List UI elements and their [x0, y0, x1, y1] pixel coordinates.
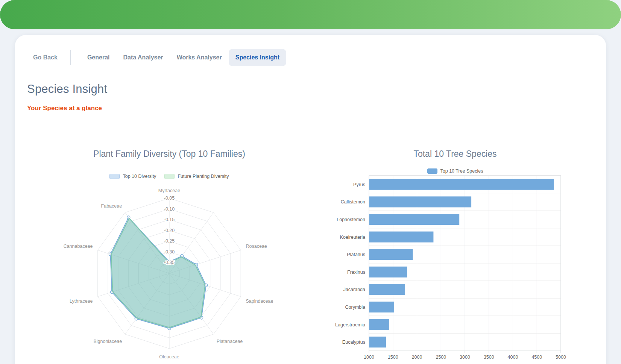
legend-item-top10-diversity[interactable]: Top 10 Diversity [109, 174, 156, 179]
bar-category-label: Koelreuteria [340, 235, 365, 240]
bar-x-tick-label: 3500 [484, 355, 494, 360]
bar-category-label: Pyrus [353, 182, 365, 187]
radar-tick-label: -0.05 [164, 196, 175, 201]
radar-tick-label: -0.15 [164, 217, 175, 222]
radar-indicator-label: Fabaceae [101, 203, 122, 209]
content-card: Go Back General Data Analyser Works Anal… [15, 35, 606, 364]
page: { "colors": { "page_bg": "#eef2f7", "hea… [0, 0, 621, 364]
radar-series-1 [111, 218, 205, 328]
bar-chart-title: Total 10 Tree Species [323, 149, 587, 159]
bar-x-tick-label: 5000 [556, 355, 566, 360]
legend-label-top10-diversity: Top 10 Diversity [123, 174, 156, 179]
legend-swatch-future-planting [164, 174, 175, 179]
legend-label-future-planting: Future Planting Diversity [178, 174, 229, 179]
bar-x-tick-label: 1500 [388, 355, 398, 360]
bar-category-label: Jacaranda [343, 287, 365, 292]
bar-rect-eucalyptus [369, 337, 386, 347]
radar-chart-block: Plant Family Diversity (Top 10 Families)… [38, 149, 301, 364]
radar-chart-title: Plant Family Diversity (Top 10 Families) [38, 149, 301, 159]
radar-indicator-label: Bignoniaceae [93, 339, 122, 344]
radar-indicator-label: Cannabaceae [64, 244, 93, 249]
bar-x-tick-label: 1000 [364, 355, 374, 360]
radar-tick-label: -0.10 [164, 206, 175, 212]
bar-x-tick-label: 4000 [508, 355, 518, 360]
bar-rect-koelreuteria [369, 232, 434, 243]
tab-general[interactable]: General [80, 49, 117, 66]
tab-species-insight[interactable]: Species Insight [229, 49, 286, 66]
bar-x-tick-label: 4500 [531, 355, 542, 360]
tab-divider [70, 50, 71, 65]
bar-category-label: Corymbia [345, 305, 366, 310]
bar-rect-lagerstroemia [369, 319, 390, 330]
radar-indicator-label: Sapindaceae [246, 299, 273, 304]
bar-rect-pyrus [369, 179, 554, 190]
bar-category-label: Platanus [347, 252, 365, 257]
radar-tick-label: -0.25 [164, 238, 175, 244]
radar-indicator-label: Lythraceae [70, 299, 93, 304]
bar-chart-block: Total 10 Tree Species Top 10 Tree Specie… [323, 149, 587, 362]
radar-indicator-label: Platanaceae [217, 339, 243, 344]
tab-works-analyser[interactable]: Works Analyser [170, 49, 229, 66]
radar-chart-svg[interactable]: -0.05-0.10-0.15-0.20-0.25-0.30-0.35Myrta… [38, 184, 301, 364]
radar-tick-label: -0.35 [164, 260, 175, 265]
bar-category-label: Callistemon [341, 199, 365, 205]
bar-x-tick-label: 2000 [412, 355, 422, 360]
bar-rect-lophostemon [369, 214, 460, 225]
bar-category-label: Lagerstroemia [335, 322, 365, 328]
bar-legend: Top 10 Tree Species [323, 168, 587, 174]
bar-rect-corymbia [369, 302, 394, 312]
tab-data-analyser[interactable]: Data Analyser [117, 49, 170, 66]
radar-tick-label: -0.30 [164, 249, 175, 255]
bar-category-label: Lophostemon [337, 217, 365, 222]
go-back-button[interactable]: Go Back [30, 49, 61, 66]
bar-category-label: Fraxinus [347, 270, 365, 275]
bar-rect-callistemon [369, 196, 472, 207]
bar-chart-svg[interactable]: 100015002000250030003500400045005000Pyru… [323, 175, 587, 362]
legend-item-future-planting[interactable]: Future Planting Diversity [164, 174, 229, 179]
bar-category-label: Eucalyptus [342, 340, 365, 345]
bar-rect-jacaranda [369, 284, 405, 295]
radar-indicator-label: Myrtaceae [158, 188, 180, 193]
app-header-banner [0, 0, 621, 29]
bar-rect-platanus [369, 249, 413, 260]
radar-tick-label: -0.20 [164, 228, 175, 233]
bar-x-tick-label: 3000 [460, 355, 470, 360]
page-subtitle: Your Species at a glance [27, 105, 102, 112]
radar-indicator-label: Oleaceae [159, 354, 179, 359]
radar-indicator-label: Rosaceae [246, 244, 267, 249]
legend-swatch-top10-diversity [109, 174, 120, 179]
tab-bar: Go Back General Data Analyser Works Anal… [30, 48, 286, 67]
legend-item-top10-tree-species[interactable]: Top 10 Tree Species [427, 168, 483, 174]
legend-label-top10-tree-species: Top 10 Tree Species [440, 168, 483, 174]
radar-legend: Top 10 Diversity Future Planting Diversi… [38, 173, 301, 179]
legend-swatch-top10-tree-species [427, 168, 437, 174]
page-title: Species Insight [27, 82, 107, 96]
tab-bar-rule [27, 74, 594, 74]
bar-x-tick-label: 2500 [436, 355, 446, 360]
bar-rect-fraxinus [369, 267, 407, 278]
